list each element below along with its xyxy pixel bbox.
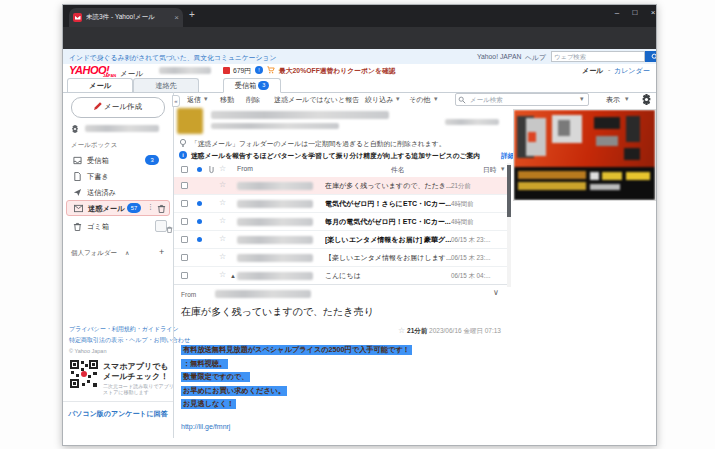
promo-headline-link[interactable]: インドで身ぐるみ剥がされて気づいた、異文化コミュニケーション [69, 53, 276, 63]
more-button[interactable]: その他 [409, 95, 430, 105]
mail-time: 4時間前 [451, 200, 473, 209]
unread-filter-icon[interactable] [197, 167, 202, 172]
personal-folder-label[interactable]: 個人フォルダー [71, 249, 117, 258]
filter-dropdown-icon[interactable]: ▾ [396, 95, 400, 103]
sender-redacted [237, 254, 313, 262]
footer-links-1[interactable]: プライバシー・利用規約・ガイドライン [69, 325, 179, 334]
mail-row[interactable]: ☆ 電気代がゼロ円！さらにETC・ICカー... 4時間前 [174, 195, 510, 213]
mail-subject: 毎月の電気代がゼロ円！ETC・ICカー... [325, 217, 453, 227]
row-checkbox[interactable] [181, 218, 188, 225]
move-button[interactable]: 移動 [220, 95, 234, 105]
maximize-button[interactable]: □ [627, 6, 643, 20]
sidebar-folder-inbox[interactable]: 受信箱 3 [63, 153, 173, 169]
date-sort-icon[interactable]: ▾ [501, 165, 504, 173]
view-button[interactable]: 表示 [606, 95, 620, 105]
web-search-input[interactable] [551, 51, 645, 62]
preview-expand-icon[interactable]: ∨ [493, 288, 499, 297]
copyright: © Yahoo Japan [69, 348, 107, 354]
list-scrollbar[interactable] [507, 163, 511, 287]
star-icon[interactable]: ☆ [219, 271, 226, 279]
nav-calendar-link[interactable]: カレンダー [614, 66, 650, 76]
sidebar-folder-drafts[interactable]: 下書き [63, 169, 173, 185]
browser-titlebar: 未読3件 - Yahoo!メール × + – □ × [63, 5, 656, 27]
sidebar-folder-trash[interactable]: ゴミ箱 [63, 219, 173, 235]
mail-row[interactable]: ☆ [楽しいエンタメ情報をお届け] 豪華グ... 06/15 木 23:... [174, 231, 510, 249]
account-settings-gear-icon[interactable] [71, 125, 79, 133]
survey-link[interactable]: パソコン版のアンケートに回答 [63, 409, 173, 419]
col-subject[interactable]: 件名 [391, 165, 405, 175]
not-spam-button[interactable]: 迷惑メールではないと報告 [274, 95, 359, 105]
paperclip-icon[interactable] [208, 165, 215, 174]
add-folder-button[interactable]: + [159, 247, 164, 257]
compose-label: メール作成 [104, 102, 142, 111]
row-checkbox[interactable] [181, 254, 188, 261]
reply-button[interactable]: 返信 [187, 95, 201, 105]
delete-button[interactable]: 削除 [246, 95, 260, 105]
mail-row[interactable]: ☆ ▲ こんにちは 06/15 木 04:... [174, 267, 510, 285]
row-checkbox[interactable] [181, 236, 188, 243]
sidebar-folder-sent[interactable]: 送信済み [63, 185, 173, 201]
more-dropdown-icon[interactable]: ▾ [434, 95, 438, 103]
list-scrollbar-thumb[interactable] [507, 165, 511, 217]
folder-label: 受信箱 [87, 156, 109, 166]
mail-row[interactable]: ☆ 毎月の電気代がゼロ円！ETC・ICカー... 4時間前 [174, 213, 510, 231]
sidebar-ad-redacted[interactable] [513, 109, 656, 201]
sent-icon [73, 188, 82, 197]
filter-button[interactable]: 絞り込み [365, 95, 393, 105]
sender-redacted [237, 218, 313, 226]
help-link[interactable]: ヘルプ [525, 53, 546, 63]
new-tab-button[interactable]: + [189, 9, 195, 20]
search-dropdown-icon[interactable]: ▾ [580, 95, 584, 103]
col-from[interactable]: From [237, 165, 253, 172]
reply-dropdown-icon[interactable]: ▾ [204, 95, 208, 103]
tab-inbox[interactable]: 受信箱 3 [223, 78, 281, 93]
star-icon[interactable]: ☆ [219, 181, 226, 189]
mail-time: 06/15 木 23:... [451, 236, 491, 245]
tab-mail[interactable]: メール [67, 78, 133, 93]
tab-contacts[interactable]: 連絡先 [133, 78, 199, 93]
account-email-redacted [85, 125, 159, 132]
mail-search-input[interactable] [455, 93, 589, 106]
coupon-link[interactable]: 最大20%OFF週替わりクーポンを確認 [279, 66, 396, 76]
promo-bar: インドで身ぐるみ剥がされて気づいた、異文化コミュニケーション Yahoo! JA… [63, 49, 656, 64]
notice-auto-delete: 「迷惑メール」フォルダーのメールは一定期間を過ぎると自動的に削除されます。 [191, 139, 446, 149]
mail-time: 06/15 木 04:... [451, 272, 491, 281]
empty-trash-button[interactable] [155, 220, 167, 232]
mail-time: 4時間前 [451, 218, 473, 227]
tab-close-icon[interactable]: × [174, 13, 179, 22]
points-badge: ! [255, 66, 263, 74]
close-button[interactable]: × [645, 6, 661, 20]
settings-gear-icon[interactable] [641, 94, 652, 105]
folder-menu-dots-icon[interactable]: ⋮ [147, 203, 154, 211]
body-line-highlighted: お早めにお買い求めください。 [181, 386, 287, 396]
footer-links-2[interactable]: 特定商取引法の表示・ヘルプ・お問い合わせ [69, 336, 190, 345]
nav-mail-link[interactable]: メール [582, 66, 603, 76]
yahoo-japan-link[interactable]: Yahoo! JAPAN [477, 53, 521, 60]
star-icon[interactable]: ☆ [398, 326, 405, 335]
select-all-checkbox[interactable] [181, 166, 188, 173]
row-checkbox[interactable] [181, 200, 188, 207]
folder-badge: 3 [145, 155, 159, 165]
body-link[interactable]: http://lil.ge/fmnrj [181, 423, 230, 430]
web-search-button[interactable] [645, 51, 656, 62]
collapse-chevron-icon[interactable]: ∧ [125, 249, 129, 256]
star-icon[interactable]: ☆ [219, 199, 226, 207]
minimize-button[interactable]: – [609, 6, 625, 20]
star-icon[interactable]: ☆ [219, 253, 226, 261]
mail-row[interactable]: ☆ 【楽しいエンタメ情報をお届けします... 06/15 木 23:... [174, 249, 510, 267]
star-icon[interactable]: ☆ [219, 165, 226, 173]
row-checkbox[interactable] [181, 272, 188, 279]
row-checkbox[interactable] [181, 182, 188, 189]
ad-banner-thumbnail-redacted[interactable] [177, 108, 203, 134]
view-dropdown-icon[interactable]: ▾ [625, 95, 629, 103]
sidebar-collapse-button[interactable]: « [172, 95, 180, 107]
star-icon[interactable]: ☆ [219, 235, 226, 243]
points-value[interactable]: 679円 [233, 66, 251, 76]
col-date[interactable]: 日時 [483, 165, 497, 175]
mail-row-selected[interactable]: ☆ 在庫が多く残っていますので、たたき... 21分前 [174, 177, 510, 195]
trash-icon[interactable] [157, 204, 166, 213]
sidebar-folder-spam-selected[interactable]: 迷惑メール 57 ⋮ [66, 200, 170, 216]
star-icon[interactable]: ☆ [219, 217, 226, 225]
compose-button[interactable]: メール作成 [71, 97, 165, 118]
browser-tab[interactable]: 未読3件 - Yahoo!メール × [69, 8, 183, 27]
